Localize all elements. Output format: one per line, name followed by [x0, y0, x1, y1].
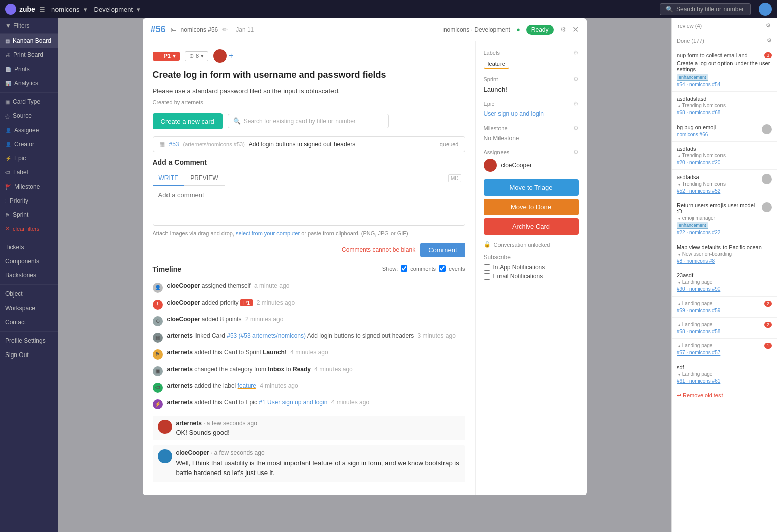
email-notifications-checkbox[interactable] [484, 273, 490, 280]
timeline-text-5: arternets changed the category from Inbo… [167, 366, 353, 373]
done-card-link-6[interactable]: #57 · nomicons #57 [677, 350, 720, 356]
edit-icon[interactable]: ✏ [222, 26, 228, 33]
global-search[interactable]: 🔍 Search by title or number [660, 3, 751, 15]
sidebar-item-object[interactable]: Object [0, 287, 58, 301]
linked-card-icon: ▦ [159, 141, 165, 148]
label-link[interactable]: feature [238, 382, 256, 389]
done-card-link-5[interactable]: #58 · nomicons #58 [677, 329, 720, 334]
sidebar-item-signout[interactable]: Sign Out [0, 348, 58, 362]
done-card-text-2: Map view defaults to Pacific ocean [677, 244, 772, 250]
sidebar-item-creator[interactable]: 👤 Creator [0, 137, 58, 151]
comments-checkbox[interactable] [401, 265, 407, 272]
create-new-card-button[interactable]: Create a new card [153, 113, 223, 129]
search-existing-card[interactable]: 🔍 Search for existing card by title or n… [228, 114, 389, 128]
timeline-icon-points: ⊙ [153, 316, 163, 326]
done-count-badge-5: 2 [764, 322, 772, 328]
done-count-badge-6: 1 [764, 343, 772, 349]
search-existing-icon: 🔍 [233, 117, 241, 125]
done-card-link-3[interactable]: #90 · nomicons #90 [677, 286, 720, 292]
sidebar-item-epic[interactable]: ⚡ Epic [0, 151, 58, 165]
points-badge[interactable]: ⊙ 8 ▾ [185, 51, 208, 61]
right-card-1: asdfadsfasd ↳ Trending Nomicons #68 · no… [672, 92, 777, 120]
add-assignee-button[interactable]: + [229, 51, 233, 61]
label-icon: 🏷 [5, 170, 10, 175]
comment-submit-button[interactable]: Comment [420, 243, 465, 257]
modal-overlay: #56 🏷 nomicons #56 ✏ Jan 11 nomicons · D… [58, 18, 671, 532]
priority-badge[interactable]: P1 ▾ [153, 52, 180, 61]
linked-card-number[interactable]: #53 [169, 141, 179, 148]
review-gear-icon[interactable]: ⚙ [766, 22, 771, 29]
close-button[interactable]: ✕ [572, 25, 579, 34]
sidebar-item-backstories[interactable]: Backstories [0, 268, 58, 282]
done-card-link-0[interactable]: #52 · nomicons #52 [677, 188, 720, 194]
attach-link[interactable]: select from your computer [236, 230, 300, 237]
tab-write[interactable]: WRITE [153, 171, 185, 186]
search-icon: 🔍 [665, 6, 673, 13]
milestone-gear-icon[interactable]: ⚙ [573, 125, 579, 132]
sidebar-item-workspace[interactable]: Workspace [0, 301, 58, 315]
label-badge[interactable]: feature [484, 60, 509, 69]
assignees-gear-icon[interactable]: ⚙ [573, 149, 579, 156]
right-card-link-3[interactable]: #20 · nomicons #20 [677, 160, 720, 165]
done-card-link-4[interactable]: #59 · nomicons #59 [677, 308, 720, 313]
done-card-0: asdfadsa ↳ Trending Nomicons #52 · nomic… [672, 170, 777, 198]
sidebar-item-components[interactable]: Components [0, 254, 58, 268]
epic-link[interactable]: #1 User sign up and login [259, 399, 327, 406]
right-card-2: bg bug on emoji nomicons #66 [672, 120, 777, 142]
events-checkbox[interactable] [439, 265, 446, 272]
sprint-title: Sprint [484, 76, 498, 82]
email-notifications-label: Email Notifications [493, 273, 543, 280]
right-card-link-2[interactable]: nomicons #66 [677, 132, 708, 137]
epic-gear-icon[interactable]: ⚙ [573, 100, 579, 107]
markdown-icon[interactable]: MD [448, 174, 461, 182]
done-card-subtext-3: ↳ Landing page [677, 279, 772, 285]
sidebar-item-assignee[interactable]: 👤 Assignee [0, 123, 58, 137]
assignee-avatar[interactable] [213, 49, 227, 63]
sidebar-item-milestone[interactable]: 🚩 Milestone [0, 180, 58, 194]
project-dropdown-icon[interactable]: ▾ [84, 6, 87, 13]
labels-section: Labels ⚙ feature [484, 49, 579, 69]
comment-input[interactable] [153, 186, 465, 226]
done-count-badge-4: 2 [764, 301, 772, 307]
sidebar-item-clear-filters[interactable]: ✕ clear filters [0, 222, 58, 235]
sidebar-item-tickets[interactable]: Tickets [0, 240, 58, 254]
epic-value[interactable]: User sign up and login [484, 110, 544, 117]
sidebar-item-sprint[interactable]: ⚑ Sprint [0, 208, 58, 222]
done-card-link-1[interactable]: #22 · nomicons #22 [677, 230, 720, 235]
project-name[interactable]: nomicons [51, 6, 80, 13]
sidebar-item-profile[interactable]: Profile Settings [0, 334, 58, 348]
settings-icon[interactable]: ⚙ [560, 26, 566, 33]
done-card-link-7[interactable]: #61 · nomicons #61 [677, 378, 720, 384]
right-card-text-2: bg bug on emoji [677, 124, 772, 130]
filters-toggle[interactable]: ▼ Filters [0, 18, 58, 34]
sidebar-item-print-board[interactable]: 🖨 Print Board [0, 48, 58, 62]
sidebar-item-analytics[interactable]: 📊 Analytics [0, 76, 58, 90]
right-card-link-1[interactable]: #68 · nomicons #68 [677, 110, 720, 115]
sidebar-item-contact[interactable]: Contact [0, 315, 58, 329]
user-avatar[interactable] [759, 3, 772, 16]
sidebar-item-prints[interactable]: 📄 Prints [0, 62, 58, 76]
done-card-link-2[interactable]: #8 · nomicons #8 [677, 258, 715, 264]
clear-icon: ✕ [5, 225, 10, 232]
board-dropdown-icon[interactable]: ▾ [137, 6, 140, 13]
move-done-button[interactable]: Move to Done [484, 199, 579, 215]
app-logo[interactable]: zube [5, 4, 35, 15]
right-card-link-0[interactable]: #54 · nomicons #54 [677, 82, 720, 87]
sprint-gear-icon[interactable]: ⚙ [573, 76, 579, 83]
done-gear-icon[interactable]: ⚙ [767, 37, 772, 44]
sidebar-item-label[interactable]: 🏷 Label [0, 165, 58, 180]
right-col-review-header: review (4) ⚙ [672, 18, 777, 33]
inapp-notifications-checkbox[interactable] [484, 264, 490, 271]
sidebar-item-kanban-board[interactable]: ▦ Kanban Board [0, 34, 58, 48]
sidebar-item-priority[interactable]: ! Priority [0, 194, 58, 208]
sidebar-item-card-type[interactable]: ▣ Card Type [0, 95, 58, 109]
board-name[interactable]: Development [94, 6, 133, 13]
archive-card-button[interactable]: Archive Card [484, 218, 579, 235]
sidebar-item-source[interactable]: ◎ Source [0, 109, 58, 123]
move-triage-button[interactable]: Move to Triage [484, 179, 579, 196]
labels-gear-icon[interactable]: ⚙ [573, 49, 579, 56]
linked-card-link[interactable]: #53 (#53 arternets/nomicons) [227, 332, 306, 339]
tab-preview[interactable]: PREVIEW [184, 171, 224, 186]
attach-text: Attach images via drag and drop, [153, 230, 234, 237]
menu-icon[interactable]: ☰ [39, 6, 45, 13]
